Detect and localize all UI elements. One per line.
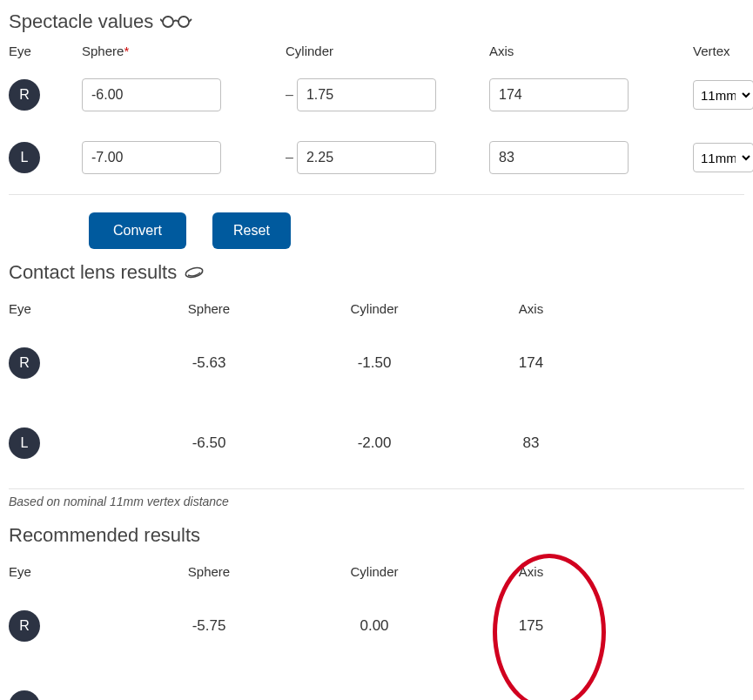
col-vertex: Vertex [693, 44, 753, 64]
rec-eye-l: L [9, 690, 40, 700]
rec-sphere-r: -5.75 [131, 602, 287, 650]
contact-cyl-r: -1.50 [287, 339, 461, 387]
spectacle-title-text: Spectacle values [9, 10, 153, 33]
col-eye: Eye [9, 44, 78, 64]
rec-sphere-l: -6.50 [131, 682, 287, 700]
vertex-select-l[interactable]: 11mm [693, 143, 753, 172]
col-cylinder: Cylinder [286, 44, 486, 64]
contact-eye-r: R [9, 347, 40, 379]
spectacle-section-title: Spectacle values [9, 10, 744, 33]
svg-point-2 [185, 266, 204, 279]
button-row: Convert Reset [9, 200, 744, 258]
svg-point-0 [163, 17, 173, 27]
contact-cyl-l: -2.00 [287, 419, 461, 468]
recommended-section-title: Recommended results [9, 524, 744, 547]
cylinder-input-r[interactable] [297, 78, 436, 111]
rec-col-cylinder: Cylinder [287, 557, 461, 586]
recommended-title-text: Recommended results [9, 524, 200, 547]
convert-button[interactable]: Convert [89, 212, 186, 249]
contact-note: Based on nominal 11mm vertex distance [9, 495, 744, 508]
contact-axis-l: 83 [461, 419, 601, 468]
contact-axis-r: 174 [461, 339, 601, 387]
col-axis: Axis [489, 44, 689, 64]
reset-button[interactable]: Reset [212, 212, 291, 249]
rec-axis-r: 175 [461, 602, 601, 650]
contact-sphere-r: -5.63 [131, 339, 287, 387]
contact-section-title: Contact lens results [9, 261, 744, 284]
cylinder-input-l[interactable] [297, 141, 436, 174]
contact-eye-l: L [9, 427, 40, 459]
svg-point-1 [178, 17, 189, 27]
contact-col-sphere: Sphere [131, 294, 287, 323]
eye-badge-l: L [9, 142, 40, 173]
lens-icon [184, 266, 205, 279]
recommended-results-wrapper: Eye Sphere Cylinder Axis R -5.75 0.00 17… [9, 557, 635, 700]
axis-input-r[interactable] [489, 78, 629, 111]
contact-col-cylinder: Cylinder [287, 294, 461, 323]
vertex-select-r[interactable]: 11mm [693, 80, 753, 110]
divider [9, 488, 744, 489]
contact-title-text: Contact lens results [9, 261, 177, 284]
axis-input-l[interactable] [489, 141, 629, 174]
glasses-icon [160, 14, 193, 30]
eye-badge-r: R [9, 79, 40, 111]
rec-col-sphere: Sphere [131, 557, 287, 586]
col-sphere: Sphere* [82, 44, 282, 64]
cyl-neg-prefix: – [286, 150, 293, 165]
contact-col-eye: Eye [9, 294, 131, 323]
contact-col-axis: Axis [461, 294, 601, 323]
contact-sphere-l: -6.50 [131, 419, 287, 468]
rec-axis-l: 85 [461, 682, 601, 700]
contact-results-table: Eye Sphere Cylinder Axis R -5.63 -1.50 1… [9, 294, 618, 483]
divider [9, 194, 744, 195]
cyl-neg-prefix: – [286, 87, 293, 103]
rec-col-axis: Axis [461, 557, 601, 586]
sphere-input-r[interactable] [82, 78, 221, 111]
rec-cyl-l: 0.00 [287, 682, 461, 700]
spectacle-input-grid: Eye Sphere* Cylinder Axis Vertex R – 11m… [9, 44, 744, 189]
rec-cyl-r: 0.00 [287, 602, 461, 650]
sphere-input-l[interactable] [82, 141, 221, 174]
rec-eye-r: R [9, 610, 40, 642]
rec-col-eye: Eye [9, 557, 131, 586]
